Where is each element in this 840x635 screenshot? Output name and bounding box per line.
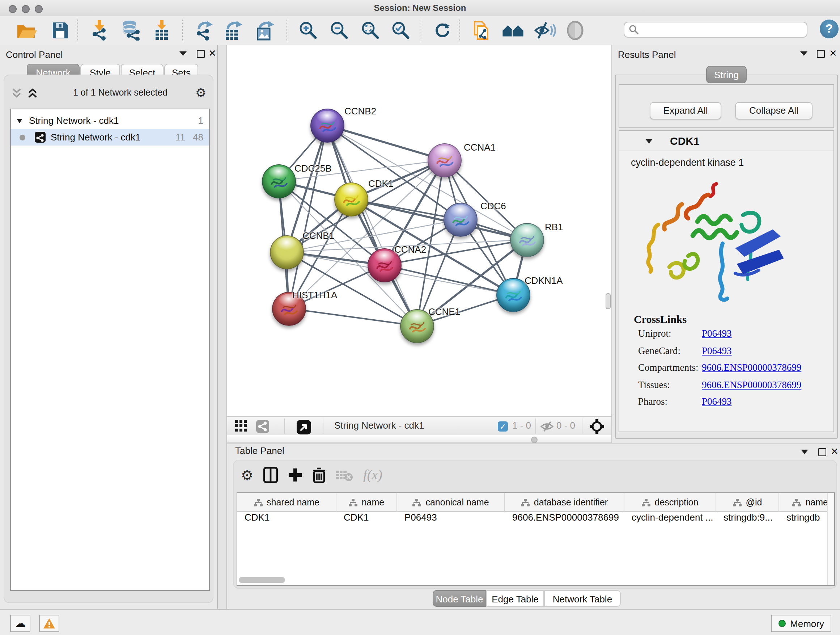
results-panel-float-button[interactable] [800,51,807,56]
copy-network-view-icon [472,20,491,41]
export-image-button[interactable] [254,21,276,40]
control-panel-title: Control Panel [6,49,63,60]
panel-splitter-horizontal[interactable] [227,435,611,443]
delete-column-icon[interactable] [313,467,325,483]
clone-network-view-button[interactable] [471,21,491,40]
crosslink-link[interactable]: P06493 [702,328,732,340]
network-node-cdc25b[interactable] [262,164,295,198]
gene-entry-panel: CDK1 cyclin-dependent kinase 1 [619,130,834,432]
column-header-shared-name[interactable]: shared name [237,493,336,512]
zoom-out-button[interactable] [330,21,349,40]
network-node-rb1[interactable] [510,223,544,257]
results-panel-maximize-button[interactable] [817,50,825,58]
table-cell[interactable]: stringdb [779,512,835,524]
column-header--id[interactable]: @id [716,493,779,512]
splitter-one-touch-handle[interactable] [606,293,611,309]
table-cell[interactable]: CDK1 [237,512,336,524]
collapse-all-button[interactable]: Collapse All [735,102,813,119]
column-header-description[interactable]: description [624,493,716,512]
show-columns-icon[interactable] [264,467,278,483]
network-node-cdk1[interactable] [334,182,368,216]
network-collection-label: String Network - cdk1 [29,112,119,129]
warnings-button[interactable] [39,615,59,632]
birdseye-view-icon[interactable] [297,420,311,437]
column-header-database-identifier[interactable]: database identifier [505,493,624,512]
footer-separator [535,418,536,434]
tree-expand-caret[interactable] [17,119,22,123]
zoom-fit-button[interactable] [361,21,380,40]
memory-button[interactable]: Memory [771,615,831,632]
show-view-button[interactable] [564,21,587,40]
expand-all-icon[interactable] [27,88,38,98]
control-panel-maximize-button[interactable] [197,50,205,58]
save-session-button[interactable] [51,21,69,40]
crosshair-icon[interactable] [590,419,604,436]
delete-table-icon-disabled [336,469,353,481]
expand-all-button[interactable]: Expand All [650,102,722,119]
table-cell[interactable]: P06493 [397,512,505,524]
zoom-selected-icon [392,21,410,40]
hide-view-button[interactable] [534,21,556,40]
results-panel-close-button[interactable]: ✕ [829,48,837,59]
column-header-canonical-name[interactable]: canonical name [397,493,505,512]
table-panel-float-button[interactable] [801,450,808,454]
network-node-ccnb1[interactable] [270,235,303,269]
network-node-cdc6[interactable] [443,203,477,236]
table-options-gear-icon[interactable]: ⚙ [241,468,253,482]
table-cell[interactable]: 9606.ENSP00000378699 [505,512,624,524]
selected-checkbox[interactable]: ✓ [498,421,508,432]
table-row[interactable]: CDK1CDK1P064939606.ENSP00000378699cyclin… [237,512,835,524]
crosslink-link[interactable]: 9606.ENSP00000378699 [702,362,801,374]
tab-string[interactable]: String [706,66,747,83]
tab-edge-table[interactable]: Edge Table [486,590,544,607]
gene-entry-header[interactable]: CDK1 [619,131,834,151]
import-table-button[interactable] [152,21,172,40]
tab-node-table[interactable]: Node Table [433,590,486,607]
export-network-button[interactable] [195,21,213,40]
network-options-gear-icon[interactable]: ⚙ [195,87,207,99]
network-node-ccnb2[interactable] [310,108,344,142]
search-input[interactable] [624,22,807,38]
export-table-button[interactable] [223,21,243,40]
control-panel-close-button[interactable]: ✕ [208,48,216,59]
string-results-container: Expand All Collapse All CDK1 cyclin-depe… [615,74,838,439]
crosslink-link[interactable]: 9606.ENSP00000378699 [702,379,801,391]
table-vertical-scrollbar[interactable] [827,493,834,585]
refresh-view-button[interactable] [434,21,452,40]
table-cell[interactable]: stringdb:9... [716,512,779,524]
table-horizontal-scrollbar-thumb[interactable] [239,577,285,583]
grid-view-icon[interactable] [235,420,248,434]
gene-name: CDK1 [670,135,699,147]
zoom-selected-button[interactable] [392,21,410,40]
open-session-button[interactable] [15,21,38,40]
crosslink-link[interactable]: P06493 [702,396,732,408]
cloud-status-button[interactable]: ☁ [10,615,30,632]
network-share-icon[interactable] [256,420,269,435]
collapse-all-icon[interactable] [11,88,22,98]
gene-entry-collapse-caret[interactable] [645,139,653,143]
control-panel-float-button[interactable] [180,51,187,56]
table-cell[interactable]: CDK1 [336,512,397,524]
table-cell[interactable]: cyclin-dependent ... [624,512,716,524]
network-row-selected[interactable]: String Network - cdk1 11 48 [11,129,209,146]
crosslink-link[interactable]: P06493 [702,345,732,356]
show-all-views-button[interactable] [501,21,525,40]
panel-splitter-vertical[interactable] [217,45,227,609]
network-node-ccna1[interactable] [427,143,461,177]
column-header-name[interactable]: name [336,493,397,512]
table-panel-maximize-button[interactable] [818,448,826,456]
column-header-namespace[interactable]: namespace [779,493,835,512]
zoom-in-button[interactable] [299,21,317,40]
import-network-button[interactable] [90,21,110,40]
node-label-ccne1: CCNE1 [428,306,460,317]
tab-network-table[interactable]: Network Table [544,590,621,607]
table-panel-close-button[interactable]: ✕ [831,446,838,457]
help-button[interactable]: ? [820,19,838,38]
node-table: shared namenamecanonical namedatabase id… [237,492,835,586]
add-column-icon[interactable] [288,468,302,482]
splitter-handle-dot[interactable] [531,437,538,443]
network-canvas[interactable]: CCNB2CCNA1CDC25BCDK1CDC6RB1CCNB1CCNA2CDK… [227,45,611,416]
crosslink-label: Compartments: [638,362,699,373]
network-collection-row[interactable]: String Network - cdk1 1 [11,112,209,129]
import-network-from-database-button[interactable] [119,21,142,40]
